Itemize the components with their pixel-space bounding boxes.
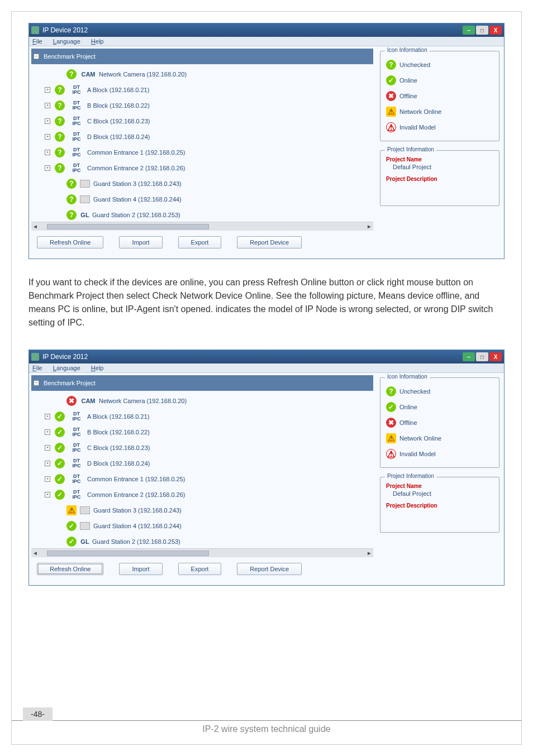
tree-row[interactable]: +?DTIPCCommon Entrance 1 (192.168.0.25) xyxy=(31,145,373,160)
device-type-badge: DTIPC xyxy=(68,116,85,126)
horizontal-scrollbar[interactable]: ◄ ► xyxy=(31,222,373,231)
menu-language[interactable]: Language xyxy=(53,365,80,371)
device-type-badge: DTIPC xyxy=(68,101,85,111)
titlebar[interactable]: IP Device 2012 – □ X xyxy=(29,350,504,363)
tree-row[interactable]: ?CAMNetwork Camera (192.168.0.20) xyxy=(31,66,373,82)
side-pane: Icon Information ? Unchecked ✓ Online ✖ … xyxy=(375,46,504,259)
menu-help[interactable]: Help xyxy=(91,365,104,371)
close-button[interactable]: X xyxy=(489,26,502,35)
status-icon: ✓ xyxy=(66,521,77,531)
status-icon: ⚠ xyxy=(66,505,77,515)
legend-label: Offline xyxy=(399,419,417,426)
tree-row[interactable]: +?DTIPCC Block (192.168.0.23) xyxy=(31,113,373,129)
expand-icon[interactable]: + xyxy=(45,118,50,124)
project-description-label: Project Description xyxy=(386,503,493,509)
device-type-badge: DTIPC xyxy=(68,458,85,468)
device-label: D Block (192.168.0.24) xyxy=(87,460,150,467)
tree-pane: − Benchmark Project ✖CAMNetwork Camera (… xyxy=(29,373,375,585)
minimize-button[interactable]: – xyxy=(463,352,475,361)
menu-file[interactable]: File xyxy=(32,365,42,371)
device-label: Guard Station 4 (192.168.0.244) xyxy=(93,196,182,203)
horizontal-scrollbar[interactable]: ◄ ► xyxy=(31,548,373,557)
scroll-right-arrow[interactable]: ► xyxy=(365,550,373,556)
legend-label: Offline xyxy=(399,93,417,99)
expand-icon[interactable]: + xyxy=(45,414,50,419)
expand-icon[interactable]: + xyxy=(45,445,50,451)
device-label: Guard Station 2 (192.168.0.253) xyxy=(92,212,180,218)
status-icon: ? xyxy=(66,194,77,204)
tree-root[interactable]: − Benchmark Project xyxy=(31,375,373,391)
import-button[interactable]: Import xyxy=(119,563,162,575)
close-button[interactable]: X xyxy=(489,352,502,361)
legend-label: Online xyxy=(399,77,417,84)
tree-row[interactable]: +?DTIPCA Block (192.168.0.21) xyxy=(31,82,373,98)
tree-row[interactable]: ✖CAMNetwork Camera (192.168.0.20) xyxy=(31,393,373,409)
tree-row[interactable]: +?DTIPCCommon Entrance 2 (192.168.0.26) xyxy=(31,160,373,176)
tree-row[interactable]: +✓DTIPCCommon Entrance 1 (192.168.0.25) xyxy=(31,471,373,487)
tree-row[interactable]: +✓DTIPCCommon Entrance 2 (192.168.0.26) xyxy=(31,487,373,503)
tree-row[interactable]: ?GLGuard Station 2 (192.168.0.253) xyxy=(31,207,373,222)
scroll-thumb[interactable] xyxy=(47,224,209,229)
expand-icon[interactable]: + xyxy=(45,134,50,140)
expand-icon[interactable]: + xyxy=(45,103,50,108)
scroll-right-arrow[interactable]: ► xyxy=(365,223,373,229)
report-device-button[interactable]: Report Device xyxy=(237,563,302,575)
button-row: Refresh Online Import Export Report Devi… xyxy=(31,231,373,256)
tree-row[interactable]: +✓DTIPCC Block (192.168.0.23) xyxy=(31,440,373,456)
expand-icon[interactable]: + xyxy=(45,461,50,466)
tree-row[interactable]: ✓Guard Station 4 (192.168.0.244) xyxy=(31,518,373,534)
import-button[interactable]: Import xyxy=(119,236,162,248)
legend-online: ✓ Online xyxy=(386,73,493,88)
expand-icon[interactable]: + xyxy=(45,492,50,497)
status-icon: ? xyxy=(66,179,77,189)
tree-row[interactable]: +✓DTIPCB Block (192.168.0.22) xyxy=(31,424,373,440)
icon-info-group: Icon Information ? Unchecked ✓ Online ✖ … xyxy=(380,377,499,468)
device-label: B Block (192.168.0.22) xyxy=(87,429,150,436)
tree-row[interactable]: +?DTIPCD Block (192.168.0.24) xyxy=(31,129,373,145)
expand-icon[interactable]: + xyxy=(45,429,50,435)
menu-help[interactable]: Help xyxy=(91,38,104,45)
expand-icon[interactable]: + xyxy=(45,476,50,482)
menu-language[interactable]: Language xyxy=(53,38,80,45)
collapse-icon[interactable]: − xyxy=(34,54,39,59)
tree-row[interactable]: ?Guard Station 3 (192.168.0.243) xyxy=(31,176,373,192)
export-button[interactable]: Export xyxy=(178,563,222,575)
maximize-button[interactable]: □ xyxy=(476,26,488,35)
tree-row[interactable]: +✓DTIPCA Block (192.168.0.21) xyxy=(31,409,373,424)
status-icon: ✓ xyxy=(66,537,77,547)
project-name-value: Defaul Project xyxy=(386,490,493,497)
status-icon: ✓ xyxy=(55,427,65,437)
scroll-left-arrow[interactable]: ◄ xyxy=(31,223,39,229)
tree-root[interactable]: − Benchmark Project xyxy=(31,49,373,64)
tree-row[interactable]: ✓GLGuard Station 2 (192.168.0.253) xyxy=(31,534,373,548)
project-info-title: Project Information xyxy=(385,146,436,152)
report-device-button[interactable]: Report Device xyxy=(237,236,302,248)
minimize-button[interactable]: – xyxy=(463,26,475,35)
scroll-left-arrow[interactable]: ◄ xyxy=(31,550,39,556)
device-type-badge: DTIPC xyxy=(68,490,85,500)
expand-icon[interactable]: + xyxy=(45,150,50,155)
menu-file[interactable]: File xyxy=(32,38,42,45)
device-type-badge: CAM xyxy=(80,399,97,404)
tree-row[interactable]: ⚠Guard Station 3 (192.168.0.243) xyxy=(31,503,373,518)
scroll-thumb[interactable] xyxy=(47,551,209,556)
collapse-icon[interactable]: − xyxy=(34,380,39,386)
refresh-online-button[interactable]: Refresh Online xyxy=(37,236,103,248)
maximize-button[interactable]: □ xyxy=(476,352,488,361)
device-label: A Block (192.168.0.21) xyxy=(87,87,149,93)
tree-row[interactable]: +✓DTIPCD Block (192.168.0.24) xyxy=(31,456,373,471)
root-label: Benchmark Project xyxy=(44,380,96,386)
status-icon: ? xyxy=(55,163,65,173)
expand-icon[interactable]: + xyxy=(45,87,50,93)
device-type-badge: GL xyxy=(80,539,90,544)
legend-label: Network Online xyxy=(399,108,441,115)
device-type-badge: DTIPC xyxy=(68,163,85,173)
tree-row[interactable]: +?DTIPCB Block (192.168.0.22) xyxy=(31,98,373,113)
titlebar[interactable]: IP Device 2012 – □ X xyxy=(29,23,504,37)
export-button[interactable]: Export xyxy=(178,236,222,248)
expand-icon[interactable]: + xyxy=(45,165,50,171)
refresh-online-button[interactable]: Refresh Online xyxy=(37,563,103,575)
device-type-badge: DTIPC xyxy=(68,474,85,484)
tree-row[interactable]: ?Guard Station 4 (192.168.0.244) xyxy=(31,192,373,207)
network-online-icon: ⚠ xyxy=(386,107,396,117)
